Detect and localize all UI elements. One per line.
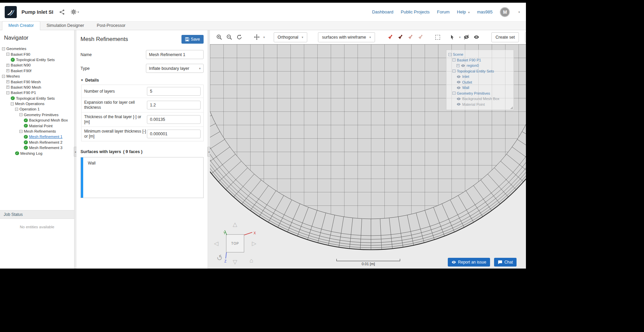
navigator-item-mesh-refinement-3[interactable]: ✓Mesh Refinement 3 [0,145,74,150]
view-left-arrow[interactable]: ◁ [214,241,218,246]
chat-button[interactable]: Chat [494,258,517,267]
visibility-eye-icon[interactable] [457,102,461,106]
type-select[interactable]: Inflate boundary layer ▾ [146,64,204,73]
render-canvas[interactable]: −Scene−Basket F90 P1+region0−Topological… [210,44,526,269]
tree-item-label[interactable]: Material Point [29,124,53,128]
user-avatar[interactable]: M [500,7,510,17]
collapse-icon[interactable]: − [2,47,5,50]
help-menu[interactable]: Help ▾ [457,9,470,14]
navigator-item-topological-entity-sets[interactable]: ✓Topological Entity Sets [0,96,74,101]
navigator-item-basket-f90[interactable]: −Basket F90 [0,51,74,57]
collapse-icon[interactable]: − [452,58,455,61]
collapse-icon[interactable]: − [11,102,14,105]
scene-item-inlet[interactable]: Inlet [448,74,512,80]
scene-item-label[interactable]: Background Mesh Box [462,97,499,101]
scene-item-label[interactable]: Basket F90 P1 [457,58,481,62]
scene-item-label[interactable]: Inlet [462,75,469,79]
navigator-item-topological-entity-sets[interactable]: ✓Topological Entity Sets [0,57,74,62]
navigator-item-basket-f90-mesh[interactable]: +Basket F90 Mesh [0,79,74,84]
navigator-item-basket-f90-p1[interactable]: −Basket F90 P1 [0,90,74,95]
tree-item-label[interactable]: Mesh Refinement 1 [29,135,63,139]
scene-item-background-mesh-box[interactable]: Background Mesh Box [448,96,512,102]
save-button[interactable]: Save [181,35,204,44]
navigator-item-geometry-primitives[interactable]: −Geometry Primitives [0,112,74,117]
view-up-arrow[interactable]: △ [233,222,237,227]
navigation-cube[interactable]: TOP [226,234,244,252]
collapse-icon[interactable]: − [6,53,9,56]
collapse-icon[interactable]: − [452,92,455,95]
scene-item-label[interactable]: Scene [453,52,463,56]
navigator-item-mesh-operations[interactable]: −Mesh Operations [0,101,74,106]
navigator-item-meshes[interactable]: −Meshes [0,74,74,79]
scene-item-scene[interactable]: −Scene [448,52,512,57]
tree-item-label[interactable]: Basket F90 Mesh [11,80,41,84]
scene-tree-overlay[interactable]: −Scene−Basket F90 P1+region0−Topological… [446,50,514,110]
username-label[interactable]: mas985 [477,9,492,14]
expand-icon[interactable]: + [6,69,9,72]
navigator-item-operation-1[interactable]: −Operation 1 [0,106,74,112]
tree-item-label[interactable]: Topological Entity Sets [16,58,55,62]
simscale-logo-icon[interactable] [5,6,17,18]
pointer-select-icon[interactable] [448,33,457,42]
scene-item-label[interactable]: Material Point [462,102,485,106]
navigator-item-mesh-refinements[interactable]: −Mesh Refinements [0,129,74,134]
navigator-item-mesh-refinement-1[interactable]: ✓Mesh Refinement 1 [0,134,74,139]
filter-button[interactable]: Filter▾ [525,32,526,42]
tab-simulation-designer[interactable]: Simulation Designer [40,21,91,30]
show-all-eye-icon[interactable] [472,33,481,42]
tree-item-label[interactable]: Topological Entity Sets [16,96,55,100]
user-menu-chevron-icon[interactable]: ▾ [518,10,520,14]
job-status-header[interactable]: Job Status [0,210,74,219]
navigator-item-geometries[interactable]: −Geometries [0,46,74,51]
view-right-arrow[interactable]: ▷ [252,241,256,246]
navigator-item-material-point[interactable]: ✓Material Point [0,123,74,128]
tree-item-label[interactable]: Basket F90 P1 [11,91,36,95]
zoom-out-icon[interactable] [225,33,233,42]
navigator-item-basket-n90-mesh[interactable]: +Basket N90 Mesh [0,85,74,90]
tree-item-label[interactable]: Meshing Log [20,151,43,155]
navigator-item-basket-n90[interactable]: +Basket N90 [0,62,74,68]
tree-item-label[interactable]: Mesh Refinement 2 [29,140,63,144]
name-input[interactable] [146,50,204,59]
scene-item-outlet[interactable]: Outlet [448,80,512,85]
chevron-down-icon[interactable]: ▾ [263,36,265,39]
scene-item-topological-entity-sets[interactable]: −Topological Entity Sets [448,68,512,74]
tree-item-label[interactable]: Operation 1 [19,107,40,111]
tree-item-label[interactable]: Basket F90f [11,69,31,73]
navigator-item-mesh-refinement-2[interactable]: ✓Mesh Refinement 2 [0,140,74,145]
nav-link-dashboard[interactable]: Dashboard [372,9,393,14]
surface-list-item-wall[interactable]: Wall [88,161,96,165]
scene-item-wall[interactable]: Wall [448,85,512,91]
tab-mesh-creator[interactable]: Mesh Creator [2,21,40,30]
collapse-icon[interactable]: − [19,113,22,116]
collapse-icon[interactable]: − [6,91,9,94]
scene-item-basket-f90-p1[interactable]: −Basket F90 P1 [448,57,512,63]
mesh-quality-marker-icon-2[interactable] [396,33,405,42]
projection-mode-button[interactable]: Orthogonal▾ [274,32,307,42]
layers-count-input[interactable] [147,87,201,96]
tree-item-label[interactable]: Background Mesh Box [29,118,68,122]
surfaces-list-box[interactable]: Wall [80,157,204,198]
tree-item-label[interactable]: Basket F90 [11,52,30,56]
details-section-toggle[interactable]: ▼ Details [76,75,208,85]
expand-icon[interactable]: + [457,64,460,67]
scene-item-geometry-primitives[interactable]: −Geometry Primitives [448,91,512,96]
visibility-eye-icon[interactable] [457,80,461,84]
tree-item-label[interactable]: Geometry Primitives [24,113,59,117]
scene-item-label[interactable]: Wall [462,86,469,90]
navigator-item-background-mesh-box[interactable]: ✓Background Mesh Box [0,117,74,123]
mesh-quality-marker-icon-4[interactable] [416,33,425,42]
tree-item-label[interactable]: Geometries [6,47,26,51]
scene-item-label[interactable]: Outlet [462,80,472,84]
navigator-item-meshing-log[interactable]: ✓Meshing Log [0,150,74,156]
render-mode-button[interactable]: surfaces with wireframe▾ [318,32,375,42]
tree-item-label[interactable]: Basket N90 Mesh [11,85,41,89]
min-layer-thickness-input[interactable] [147,130,201,138]
home-view-icon[interactable]: ⌂ [250,257,253,264]
tree-item-label[interactable]: Mesh Operations [15,102,45,106]
visibility-eye-icon[interactable] [457,75,461,79]
tree-item-label[interactable]: Mesh Refinement 3 [29,146,63,150]
scene-item-region0[interactable]: +region0 [448,63,512,68]
mesh-quality-marker-icon-1[interactable] [386,33,394,42]
visibility-eye-icon[interactable] [461,63,465,68]
